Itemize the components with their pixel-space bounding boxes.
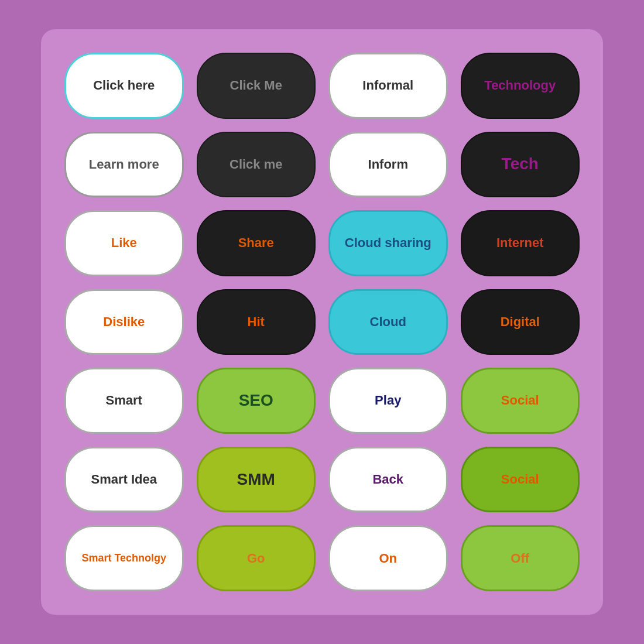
share-button[interactable]: Share: [197, 210, 316, 276]
click-me-button[interactable]: Click Me: [197, 53, 316, 119]
social2-button[interactable]: Social: [461, 447, 580, 513]
digital-button[interactable]: Digital: [461, 289, 580, 355]
on-button[interactable]: On: [328, 525, 448, 591]
technology-button[interactable]: Technology: [461, 53, 580, 119]
click-here-button[interactable]: Click here: [64, 53, 184, 119]
tech-button[interactable]: Tech: [461, 132, 580, 198]
cloud-sharing-button[interactable]: Cloud sharing: [328, 210, 448, 276]
cloud-button[interactable]: Cloud: [328, 289, 448, 355]
learn-more-button[interactable]: Learn more: [64, 132, 184, 198]
back-button[interactable]: Back: [328, 447, 448, 513]
smart-technology-button[interactable]: Smart Technolgy: [64, 525, 184, 591]
like-button[interactable]: Like: [64, 210, 184, 276]
informal-button[interactable]: Informal: [328, 53, 448, 119]
off-button[interactable]: Off: [461, 525, 580, 591]
social-button[interactable]: Social: [461, 368, 580, 434]
seo-button[interactable]: SEO: [197, 368, 316, 434]
play-button[interactable]: Play: [328, 368, 448, 434]
go-button[interactable]: Go: [197, 525, 316, 591]
smart-button[interactable]: Smart: [64, 368, 184, 434]
smart-idea-button[interactable]: Smart Idea: [64, 447, 184, 513]
smm-button[interactable]: SMM: [197, 447, 316, 513]
button-grid: Click hereClick MeInformalTechnologyLear…: [41, 29, 603, 615]
hit-button[interactable]: Hit: [197, 289, 316, 355]
inform-button[interactable]: Inform: [328, 132, 448, 198]
dislike-button[interactable]: Dislike: [64, 289, 184, 355]
internet-button[interactable]: Internet: [461, 210, 580, 276]
click-me-small-button[interactable]: Click me: [197, 132, 316, 198]
